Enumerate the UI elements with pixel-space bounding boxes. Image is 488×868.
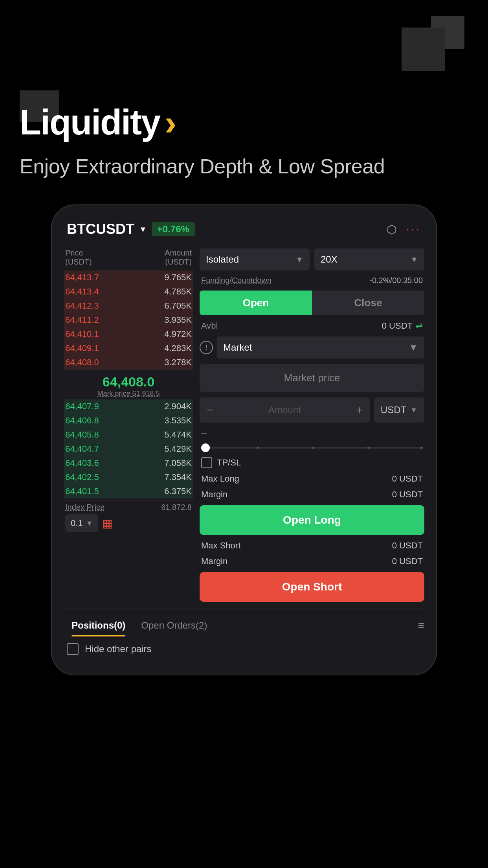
phone-mockup: BTCUSDT ▼ +0.76% ⬡ ··· Price (USDT) Amou… [51,204,437,675]
table-row: 64,402.5 7.354K [64,470,193,484]
avbl-amount: 0 USDT [382,321,413,331]
subtitle: Enjoy Extraordinary Depth & Low Spread [20,154,468,178]
funding-value: -0.2%/00:35:00 [369,276,423,285]
funding-label: Funding/Countdown [201,276,272,285]
transfer-icon[interactable]: ⇌ [416,321,423,331]
tab-positions[interactable]: Positions(0) [64,616,133,635]
phone-topbar: BTCUSDT ▼ +0.76% ⬡ ··· [64,221,424,237]
slider-tick-25 [257,447,259,449]
slider-tick-50 [312,447,314,449]
margin-long-value: 0 USDT [392,489,423,500]
pair-badge: +0.76% [152,222,195,236]
funding-row: Funding/Countdown -0.2%/00:35:00 [200,276,424,285]
avbl-row: Avbl 0 USDT ⇌ [200,321,424,331]
max-long-row: Max Long 0 USDT [200,474,424,484]
margin-short-label: Margin [201,556,227,566]
table-row: 64,407.9 2.904K [64,399,193,414]
qty-row: 0.1 ▼ ▦ [64,512,193,535]
slider-tick-75 [367,447,370,449]
amount-input[interactable]: − Amount + [200,397,370,423]
table-row: 64,409.1 4.283K [64,341,193,355]
max-long-label: Max Long [201,474,239,484]
tpsl-label: TP/SL [217,458,241,468]
leverage-value: 20X [321,254,338,265]
table-row: 64,405.8 5.474K [64,428,193,442]
margin-short-value: 0 USDT [392,556,423,566]
currency-dropdown[interactable]: USDT ▼ [374,397,424,423]
open-close-tabs: Open Close [200,291,424,315]
tab-open[interactable]: Open [200,291,312,315]
info-icon[interactable]: ! [200,341,213,354]
chart-settings-icon[interactable]: ⬡ [387,223,397,236]
table-row: 64,413.4 4.785K [64,285,193,299]
deco-squares-top-right [402,16,464,79]
open-short-button[interactable]: Open Short [200,572,424,602]
header-section: Liquidity › Enjoy Extraordinary Depth & … [20,102,468,178]
hide-pairs-checkbox[interactable] [67,643,79,655]
amount-decrease-button[interactable]: − [207,404,213,416]
currency-value: USDT [381,405,406,416]
tpsl-row: TP/SL [200,457,424,468]
tab-close[interactable]: Close [312,291,424,315]
mark-price: Mark price 61,918.5 [64,390,193,398]
qty-dropdown-arrow: ▼ [86,519,93,528]
table-row: 64,401.5 6.375K [64,484,193,498]
slider-track[interactable] [201,447,423,449]
qty-dropdown[interactable]: 0.1 ▼ [65,514,98,532]
slider-tick-100 [420,447,423,449]
tab-open-orders[interactable]: Open Orders(2) [133,616,215,635]
order-type-arrow: ▼ [409,342,418,353]
index-price-value: 61,872.8 [161,503,192,512]
table-row: 64,411.2 3.935K [64,313,193,327]
divider [52,602,436,602]
amount-row: − Amount + USDT ▼ [200,397,424,423]
max-short-label: Max Short [201,541,240,551]
hide-pairs-label: Hide other pairs [85,644,151,655]
buy-orders: 64,407.9 2.904K 64,406.8 3.535K 64,405.8… [64,399,193,498]
margin-type-dropdown[interactable]: Isolated ▼ [200,248,310,270]
order-type-dropdown[interactable]: Market ▼ [217,337,424,359]
ob-mid-price-section: 64,408.0 Mark price 61,918.5 [64,370,193,399]
open-long-button[interactable]: Open Long [200,505,424,535]
bottom-nav: Positions(0) Open Orders(2) ≡ [64,609,424,635]
grid-icon[interactable]: ▦ [102,517,112,530]
deco-square-1 [402,28,445,71]
order-type-value: Market [223,342,252,353]
chevron-right-icon: › [165,105,176,140]
slider-thumb[interactable] [201,443,210,452]
currency-arrow: ▼ [410,406,417,414]
index-price-row: Index Price 61,872.8 [64,500,193,512]
margin-long-label: Margin [201,489,227,500]
pair-text: BTCUSDT [67,221,134,237]
more-options-icon[interactable]: ··· [406,223,421,235]
order-type-row: ! Market ▼ [200,337,424,359]
ob-headers: Price (USDT) Amount (USDT) [64,248,193,267]
margin-type-value: Isolated [206,254,239,265]
pair-name[interactable]: BTCUSDT ▼ +0.76% [67,221,195,237]
filter-icon[interactable]: ≡ [418,619,424,632]
index-price-label: Index Price [65,503,105,512]
table-row: 64,412.3 6.705K [64,299,193,313]
leverage-arrow: ▼ [410,255,418,264]
tpsl-checkbox[interactable] [201,457,212,468]
pair-dropdown-arrow: ▼ [139,225,147,234]
table-row: 64,410.1 4.972K [64,327,193,341]
liquidity-title: Liquidity › [20,102,468,143]
table-row: 64,406.8 3.535K [64,414,193,428]
market-price-label: Market price [284,372,340,384]
slider-row[interactable] [200,444,424,452]
trading-panel: Isolated ▼ 20X ▼ Funding/Countdown -0.2%… [200,248,424,602]
avbl-value: 0 USDT ⇌ [382,321,423,331]
sell-orders: 64,413.7 9.765K 64,413.4 4.785K 64,412.3… [64,270,193,370]
ob-price-header: Price (USDT) [65,248,92,267]
avbl-label: Avbl [201,321,218,331]
table-row: 64,403.6 7.058K [64,456,193,470]
dash-label: -- [200,428,424,438]
table-row: 64,413.7 9.765K [64,270,193,285]
max-short-row: Max Short 0 USDT [200,541,424,551]
ob-amount-header: Amount (USDT) [165,248,192,267]
leverage-dropdown[interactable]: 20X ▼ [314,248,424,270]
margin-long-row: Margin 0 USDT [200,489,424,500]
market-price-display: Market price [200,364,424,392]
amount-increase-button[interactable]: + [356,404,362,416]
